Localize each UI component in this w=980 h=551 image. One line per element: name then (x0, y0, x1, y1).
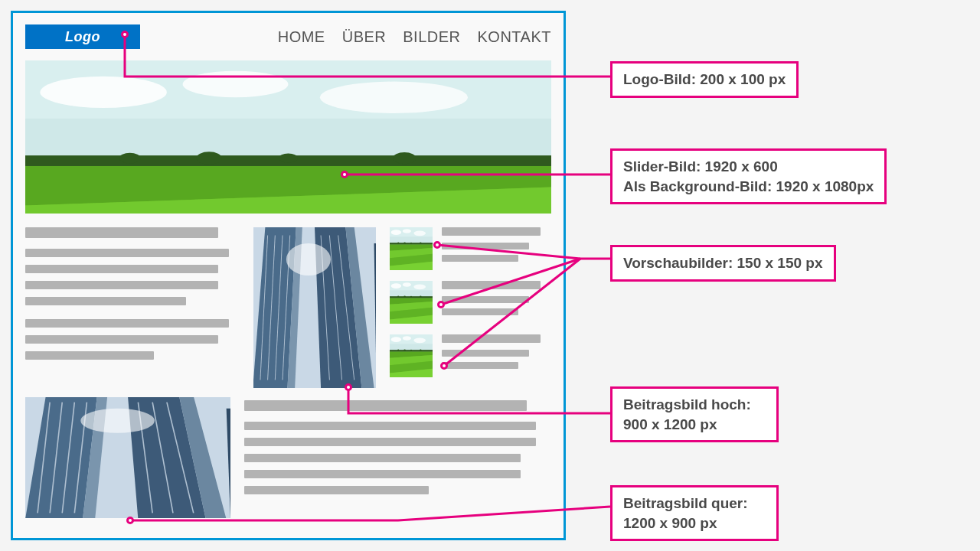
callout-text: Logo-Bild: 200 x 100 px (623, 71, 786, 87)
callout-text: Vorschaubilder: 150 x 150 px (623, 255, 823, 271)
thumbnail-image (390, 281, 433, 324)
main-nav: HOME ÜBER BILDER KONTAKT (278, 28, 551, 46)
lower-row (25, 397, 551, 518)
callout-text: Beitragsbild quer: (623, 494, 766, 514)
thumb-text (442, 227, 551, 270)
thumb-text (442, 334, 551, 377)
callout-text: Als Background-Bild: 1920 x 1080px (623, 177, 874, 197)
website-mockup: Logo HOME ÜBER BILDER KONTAKT (11, 11, 566, 540)
logo-text: Logo (65, 29, 100, 45)
callout-anchor-dot (440, 362, 448, 370)
nav-bilder[interactable]: BILDER (403, 28, 460, 46)
portrait-article-image (253, 227, 376, 388)
callout-anchor-dot (126, 517, 134, 524)
nav-home[interactable]: HOME (278, 28, 325, 46)
callout-slider: Slider-Bild: 1920 x 600 Als Background-B… (610, 148, 887, 204)
thumb-item-1 (390, 227, 551, 270)
callout-anchor-dot (341, 171, 348, 178)
callout-portrait-image: Beitragsbild hoch: 900 x 1200 px (610, 386, 779, 442)
callout-logo: Logo-Bild: 200 x 100 px (610, 61, 799, 98)
thumbnail-image (390, 227, 433, 270)
callout-anchor-dot (345, 383, 352, 391)
thumb-text (442, 281, 551, 324)
callout-text: Beitragsbild hoch: (623, 395, 766, 415)
site-header: Logo HOME ÜBER BILDER KONTAKT (25, 22, 551, 51)
callout-anchor-dot (121, 31, 129, 38)
lower-text (244, 397, 551, 518)
thumb-item-2 (390, 281, 551, 324)
callout-text: Slider-Bild: 1920 x 600 (623, 157, 874, 177)
thumb-item-3 (390, 334, 551, 377)
sidebar-thumbnails (390, 227, 551, 388)
callout-thumbnails: Vorschaubilder: 150 x 150 px (610, 245, 836, 282)
callout-anchor-dot (437, 301, 445, 308)
callout-landscape-image: Beitragsbild quer: 1200 x 900 px (610, 485, 779, 541)
hero-slider-image (25, 60, 551, 214)
content-row (25, 227, 551, 388)
nav-ueber[interactable]: ÜBER (342, 28, 387, 46)
text-column (25, 227, 240, 388)
callout-text: 900 x 1200 px (623, 415, 766, 435)
landscape-article-image (25, 397, 230, 518)
callout-anchor-dot (433, 241, 441, 249)
callout-text: 1200 x 900 px (623, 514, 766, 533)
thumbnail-image (390, 334, 433, 377)
nav-kontakt[interactable]: KONTAKT (478, 28, 551, 46)
